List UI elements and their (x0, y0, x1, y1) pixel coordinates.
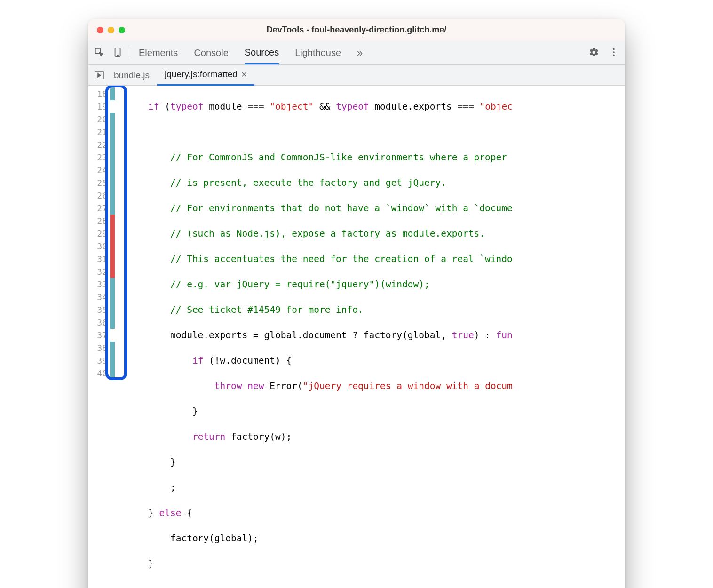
code-line (126, 126, 625, 138)
line-number: 31 (88, 253, 109, 265)
line-number: 24 (88, 164, 109, 176)
code-line: } (126, 456, 625, 469)
code-line: } (126, 557, 625, 570)
coverage-bar (110, 303, 115, 316)
svg-point-4 (613, 51, 615, 53)
tab-console[interactable]: Console (194, 42, 228, 64)
gutter-row[interactable]: 35 (88, 303, 115, 316)
line-number: 37 (88, 329, 109, 342)
more-tabs-icon[interactable]: » (357, 47, 363, 59)
file-tab-label: bundle.js (114, 70, 150, 80)
coverage-bar (110, 354, 115, 367)
gutter-row[interactable]: 32 (88, 265, 115, 278)
coverage-bar (110, 265, 115, 278)
code-content[interactable]: if (typeof module === "object" && typeof… (115, 86, 625, 588)
coverage-bar (110, 316, 115, 329)
gutter-row[interactable]: 40 (88, 367, 115, 380)
maximize-window-button[interactable] (119, 27, 125, 33)
device-toggle-icon[interactable] (113, 47, 123, 59)
code-line: // For CommonJS and CommonJS-like enviro… (126, 151, 625, 164)
window-title: DevTools - foul-heavenly-direction.glitc… (88, 25, 625, 35)
code-line: // e.g. var jQuery = require("jquery")(w… (126, 278, 625, 291)
file-tab-bundle[interactable]: bundle.js (106, 66, 157, 85)
line-number: 30 (88, 240, 109, 253)
kebab-menu-icon[interactable] (609, 47, 619, 59)
traffic-lights (97, 27, 125, 33)
minimize-window-button[interactable] (108, 27, 114, 33)
inspect-element-icon[interactable] (94, 47, 104, 59)
line-number: 18 (88, 87, 109, 100)
line-number: 34 (88, 291, 109, 303)
code-line: } else { (126, 507, 625, 519)
close-window-button[interactable] (97, 27, 103, 33)
gutter-row[interactable]: 22 (88, 138, 115, 151)
coverage-bar (110, 215, 115, 227)
line-number: 33 (88, 278, 109, 291)
line-number: 38 (88, 342, 109, 354)
file-tab-label: jquery.js:formatted (165, 69, 238, 79)
titlebar: DevTools - foul-heavenly-direction.glitc… (88, 19, 625, 41)
panel-tabs: Elements Console Sources Lighthouse » (139, 42, 589, 64)
gutter-row[interactable]: 28 (88, 215, 115, 227)
line-number: 28 (88, 215, 109, 227)
coverage-bar (110, 176, 115, 189)
coverage-bar (110, 164, 115, 176)
coverage-bar (110, 278, 115, 291)
gutter-row[interactable]: 34 (88, 291, 115, 303)
svg-point-5 (613, 54, 615, 56)
coverage-bar (110, 202, 115, 215)
line-number: 19 (88, 100, 109, 113)
gutter-row[interactable]: 38 (88, 342, 115, 354)
gutter-row[interactable]: 23 (88, 151, 115, 164)
code-line: ; (126, 481, 625, 494)
coverage-bar (110, 189, 115, 202)
code-line: return factory(w); (126, 430, 625, 443)
devtools-toolbar: Elements Console Sources Lighthouse » (88, 41, 625, 65)
tab-lighthouse[interactable]: Lighthouse (295, 42, 341, 64)
gutter-row[interactable]: 19 (88, 100, 115, 113)
gutter-row[interactable]: 30 (88, 240, 115, 253)
tab-sources[interactable]: Sources (245, 42, 279, 64)
coverage-bar (110, 342, 115, 354)
line-number: 25 (88, 176, 109, 189)
code-line (126, 583, 625, 588)
coverage-bar (110, 100, 115, 113)
code-editor: 1819202122232425262728293031323334353637… (88, 86, 625, 588)
code-line: if (!w.document) { (126, 354, 625, 367)
coverage-bar (110, 87, 115, 100)
gutter-row[interactable]: 20 (88, 113, 115, 126)
file-tab-jquery[interactable]: jquery.js:formatted × (157, 65, 254, 86)
navigator-toggle-icon[interactable] (92, 71, 106, 79)
code-line: } (126, 405, 625, 418)
code-line: // is present, execute the factory and g… (126, 176, 625, 189)
settings-icon[interactable] (589, 47, 599, 59)
line-number: 32 (88, 265, 109, 278)
coverage-bar (110, 329, 115, 342)
code-line: throw new Error("jQuery requires a windo… (126, 380, 625, 392)
gutter-row[interactable]: 29 (88, 227, 115, 240)
close-tab-icon[interactable]: × (241, 69, 247, 80)
gutter-row[interactable]: 37 (88, 329, 115, 342)
gutter-row[interactable]: 26 (88, 189, 115, 202)
gutter-row[interactable]: 31 (88, 253, 115, 265)
line-number: 21 (88, 126, 109, 138)
gutter-row[interactable]: 39 (88, 354, 115, 367)
coverage-bar (110, 240, 115, 253)
gutter-row[interactable]: 25 (88, 176, 115, 189)
gutter-row[interactable]: 18 (88, 87, 115, 100)
gutter-row[interactable]: 27 (88, 202, 115, 215)
code-line: // This accentuates the need for the cre… (126, 253, 625, 265)
gutter-row[interactable]: 21 (88, 126, 115, 138)
line-number: 27 (88, 202, 109, 215)
code-line: // See ticket #14549 for more info. (126, 303, 625, 316)
file-tabs-bar: bundle.js jquery.js:formatted × (88, 65, 625, 86)
line-number: 29 (88, 227, 109, 240)
gutter-row[interactable]: 24 (88, 164, 115, 176)
code-line: // (such as Node.js), expose a factory a… (126, 227, 625, 240)
gutter-row[interactable]: 36 (88, 316, 115, 329)
devtools-window: DevTools - foul-heavenly-direction.glitc… (88, 19, 625, 588)
tab-elements[interactable]: Elements (139, 42, 178, 64)
coverage-bar (110, 151, 115, 164)
gutter-row[interactable]: 33 (88, 278, 115, 291)
line-gutter: 1819202122232425262728293031323334353637… (88, 86, 115, 381)
